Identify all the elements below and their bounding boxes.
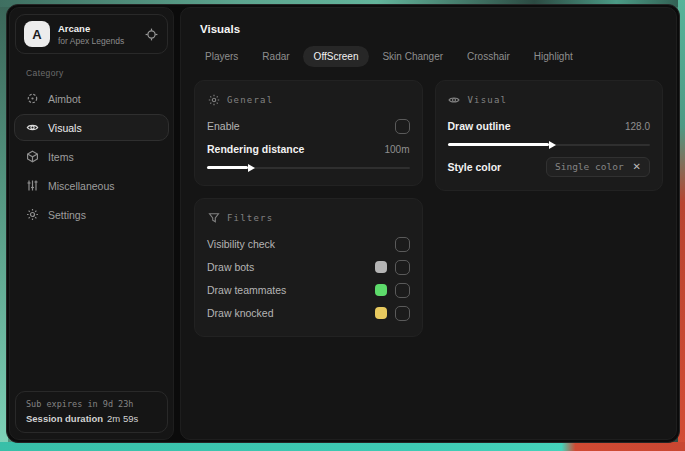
draw-outline-value: 128.0 <box>625 121 650 132</box>
tab-crosshair[interactable]: Crosshair <box>456 46 521 67</box>
app-logo: A <box>24 21 50 47</box>
panel-title: Visual <box>468 95 508 105</box>
enable-checkbox[interactable] <box>395 119 410 134</box>
draw-outline-row: Draw outline 128.0 <box>448 115 651 137</box>
funnel-icon <box>207 211 220 224</box>
app-name: Arcane <box>58 23 135 34</box>
sidebar-item-visuals[interactable]: Visuals <box>14 114 169 141</box>
visibility-check-label: Visibility check <box>207 238 395 250</box>
sidebar: A Arcane for Apex Legends Category <box>9 7 174 440</box>
category-label: Category <box>26 68 170 78</box>
slider-fill <box>207 166 248 169</box>
draw-bots-color-swatch[interactable] <box>375 261 387 273</box>
session-duration-label: Session duration <box>26 413 103 424</box>
tab-skin-changer[interactable]: Skin Changer <box>371 46 454 67</box>
style-color-value: Single color <box>555 161 624 172</box>
visual-panel: Visual Draw outline 128.0 Style color <box>435 80 664 191</box>
sub-expires-text: Sub expires in 9d 23h <box>26 399 157 409</box>
tab-highlight[interactable]: Highlight <box>523 46 584 67</box>
gear-icon <box>26 208 39 221</box>
sidebar-item-miscellaneous[interactable]: Miscellaneous <box>14 172 169 199</box>
draw-bots-checkbox[interactable] <box>395 260 410 275</box>
content-grid: General Enable Rendering distance 100m <box>191 80 666 337</box>
style-color-row: Style color Single color ✕ <box>448 156 651 178</box>
game-background-strip <box>0 442 685 451</box>
panel-title: General <box>227 95 273 105</box>
sun-icon <box>207 93 220 106</box>
eye-icon <box>448 93 461 106</box>
sliders-icon <box>26 179 39 192</box>
draw-outline-slider[interactable] <box>448 140 651 149</box>
draw-teammates-color-swatch[interactable] <box>375 284 387 296</box>
main-panel: Visuals Players Radar OffScreen Skin Cha… <box>180 7 677 440</box>
draw-teammates-row: Draw teammates <box>207 279 410 301</box>
app-window: A Arcane for Apex Legends Category <box>6 4 680 443</box>
sidebar-item-label: Aimbot <box>48 93 81 105</box>
app-subtitle: for Apex Legends <box>58 36 135 46</box>
sidebar-nav: Aimbot Visuals <box>13 85 170 228</box>
draw-outline-label: Draw outline <box>448 120 625 132</box>
app-logo-card: A Arcane for Apex Legends <box>15 14 168 54</box>
draw-bots-row: Draw bots <box>207 256 410 278</box>
general-panel: General Enable Rendering distance 100m <box>194 80 423 186</box>
tab-radar[interactable]: Radar <box>251 46 300 67</box>
visibility-check-row: Visibility check <box>207 233 410 255</box>
enable-row: Enable <box>207 115 410 137</box>
rendering-distance-label: Rendering distance <box>207 143 384 155</box>
draw-teammates-checkbox[interactable] <box>395 283 410 298</box>
rendering-distance-row: Rendering distance 100m <box>207 138 410 160</box>
sidebar-item-label: Settings <box>48 209 86 221</box>
style-color-label: Style color <box>448 161 546 173</box>
screen: A Arcane for Apex Legends Category <box>0 0 685 451</box>
sidebar-item-settings[interactable]: Settings <box>14 201 169 228</box>
slider-fill <box>448 143 549 146</box>
rendering-distance-slider[interactable] <box>207 163 410 172</box>
panel-title: Filters <box>227 213 273 223</box>
rendering-distance-value: 100m <box>384 144 409 155</box>
tab-offscreen[interactable]: OffScreen <box>303 46 370 67</box>
draw-knocked-row: Draw knocked <box>207 302 410 324</box>
tab-bar: Players Radar OffScreen Skin Changer Cro… <box>194 46 666 67</box>
draw-knocked-color-swatch[interactable] <box>375 307 387 319</box>
sidebar-item-items[interactable]: Items <box>14 143 169 170</box>
draw-bots-label: Draw bots <box>207 261 375 273</box>
sidebar-item-label: Miscellaneous <box>48 180 115 192</box>
visibility-check-checkbox[interactable] <box>395 237 410 252</box>
draw-teammates-label: Draw teammates <box>207 284 375 296</box>
cube-icon <box>26 150 39 163</box>
subscription-info-card: Sub expires in 9d 23h Session duration2m… <box>15 391 168 433</box>
crosshair-icon[interactable] <box>143 26 159 42</box>
session-duration-value: 2m 59s <box>107 413 138 424</box>
enable-label: Enable <box>207 120 395 132</box>
filters-panel: Filters Visibility check Draw bots <box>194 198 423 337</box>
draw-knocked-label: Draw knocked <box>207 307 375 319</box>
session-duration-text: Session duration2m 59s <box>26 413 157 424</box>
aimbot-icon <box>26 92 39 105</box>
draw-knocked-checkbox[interactable] <box>395 306 410 321</box>
sidebar-item-label: Visuals <box>48 122 82 134</box>
style-color-select[interactable]: Single color ✕ <box>546 157 650 177</box>
sidebar-item-label: Items <box>48 151 74 163</box>
page-title: Visuals <box>200 23 666 35</box>
tab-players[interactable]: Players <box>194 46 249 67</box>
sidebar-item-aimbot[interactable]: Aimbot <box>14 85 169 112</box>
close-icon[interactable]: ✕ <box>633 162 641 172</box>
visuals-eye-icon <box>26 121 39 134</box>
